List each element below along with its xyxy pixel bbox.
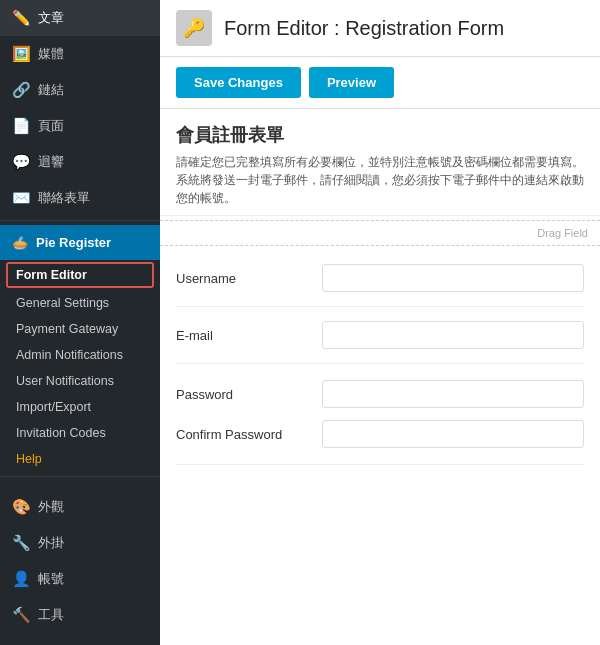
form-title-section: 會員註冊表單 請確定您已完整填寫所有必要欄位，並特別注意帳號及密碼欄位都需要填寫…	[160, 109, 600, 216]
email-input[interactable]	[322, 321, 584, 349]
sidebar: ✏️ 文章 🖼️ 媒體 🔗 鏈結 📄 頁面 💬 迴響 ✉️ 聯絡表單 🥧 Pie…	[0, 0, 160, 645]
form-preview-area: 會員註冊表單 請確定您已完整填寫所有必要欄位，並特別注意帳號及密碼欄位都需要填寫…	[160, 109, 600, 645]
sidebar-submenu-form-editor[interactable]: Form Editor	[6, 262, 154, 288]
page-header: 🔑 Form Editor : Registration Form	[160, 0, 600, 57]
password-label: Password	[176, 387, 306, 402]
toolbar: Save Changes Preview	[160, 57, 600, 109]
confirm-password-input[interactable]	[322, 420, 584, 448]
articles-icon: ✏️	[12, 9, 30, 27]
confirm-password-label: Confirm Password	[176, 427, 306, 442]
sidebar-submenu-payment-gateway[interactable]: Payment Gateway	[0, 316, 160, 342]
form-field-group-password: Password Confirm Password	[176, 364, 584, 465]
sidebar-submenu-admin-notifications[interactable]: Admin Notifications	[0, 342, 160, 368]
sidebar-item-links[interactable]: 🔗 鏈結	[0, 72, 160, 108]
sidebar-submenu-user-notifications[interactable]: User Notifications	[0, 368, 160, 394]
sidebar-submenu-invitation-codes[interactable]: Invitation Codes	[0, 420, 160, 446]
username-input[interactable]	[322, 264, 584, 292]
sidebar-item-comments[interactable]: 💬 迴響	[0, 144, 160, 180]
sidebar-submenu-import-export[interactable]: Import/Export	[0, 394, 160, 420]
comments-icon: 💬	[12, 153, 30, 171]
save-changes-button[interactable]: Save Changes	[176, 67, 301, 98]
page-title: Form Editor : Registration Form	[224, 17, 504, 40]
email-label: E-mail	[176, 328, 306, 343]
sidebar-item-articles[interactable]: ✏️ 文章	[0, 0, 160, 36]
sidebar-submenu-general-settings[interactable]: General Settings	[0, 290, 160, 316]
appearance-icon: 🎨	[12, 498, 30, 516]
username-label: Username	[176, 271, 306, 286]
sidebar-item-profile[interactable]: 👤 帳號	[0, 561, 160, 597]
form-description: 請確定您已完整填寫所有必要欄位，並特別注意帳號及密碼欄位都需要填寫。系統將發送一…	[176, 153, 584, 207]
sidebar-item-tools[interactable]: 🔨 工具	[0, 597, 160, 633]
media-icon: 🖼️	[12, 45, 30, 63]
main-content: 🔑 Form Editor : Registration Form Save C…	[160, 0, 600, 645]
form-field-confirm-password: Confirm Password	[176, 414, 584, 454]
preview-button[interactable]: Preview	[309, 67, 394, 98]
form-fields: Username E-mail Password Confirm Passwor…	[160, 250, 600, 465]
pages-icon: 📄	[12, 117, 30, 135]
tools-icon: 🔨	[12, 606, 30, 624]
page-header-icon: 🔑	[176, 10, 212, 46]
sidebar-item-contact[interactable]: ✉️ 聯絡表單	[0, 180, 160, 216]
divider-1	[0, 220, 160, 221]
form-title: 會員註冊表單	[176, 123, 584, 147]
sidebar-item-plugins[interactable]: 🔧 外掛	[0, 525, 160, 561]
sidebar-item-appearance[interactable]: 🎨 外觀	[0, 489, 160, 525]
pie-register-icon: 🥧	[12, 235, 28, 250]
sidebar-submenu-help[interactable]: Help	[0, 446, 160, 472]
form-editor-icon: 🔑	[183, 17, 205, 39]
links-icon: 🔗	[12, 81, 30, 99]
contact-icon: ✉️	[12, 189, 30, 207]
divider-2	[0, 476, 160, 477]
form-field-username: Username	[176, 250, 584, 307]
pie-register-menu[interactable]: 🥧 Pie Register	[0, 225, 160, 260]
form-field-password: Password	[176, 374, 584, 414]
profile-icon: 👤	[12, 570, 30, 588]
password-input[interactable]	[322, 380, 584, 408]
sidebar-item-media[interactable]: 🖼️ 媒體	[0, 36, 160, 72]
plugins-icon: 🔧	[12, 534, 30, 552]
drag-field-hint: Drag Field	[160, 220, 600, 246]
form-field-email: E-mail	[176, 307, 584, 364]
sidebar-item-pages[interactable]: 📄 頁面	[0, 108, 160, 144]
sidebar-bottom: 🎨 外觀 🔧 外掛 👤 帳號 🔨 工具	[0, 489, 160, 633]
